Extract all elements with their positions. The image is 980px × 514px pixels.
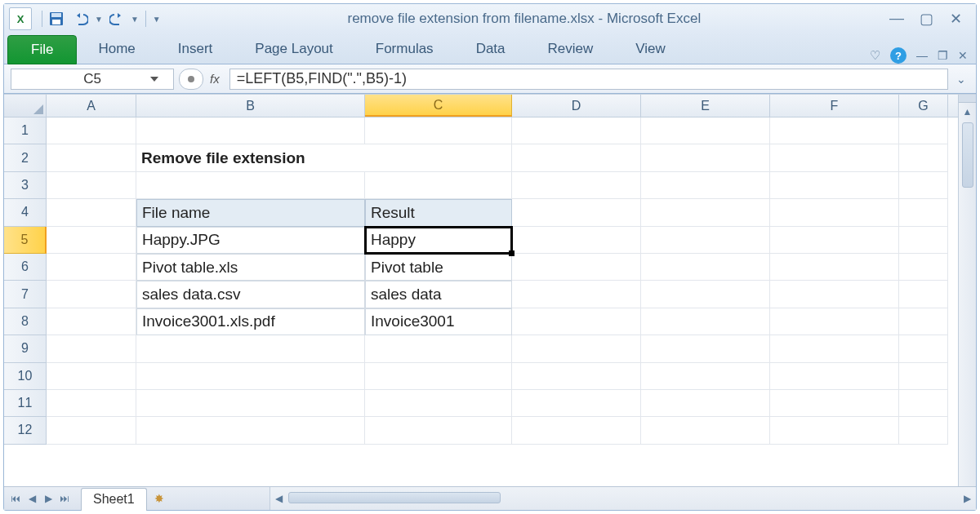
redo-dropdown-icon[interactable]: ▼ xyxy=(131,15,139,24)
separator xyxy=(145,11,146,27)
scroll-right-icon[interactable]: ▶ xyxy=(958,493,976,504)
cell-B5[interactable]: Happy.JPG xyxy=(136,227,365,254)
tab-data[interactable]: Data xyxy=(455,34,527,64)
col-header-E[interactable]: E xyxy=(641,95,770,117)
col-header-D[interactable]: D xyxy=(512,95,641,117)
redo-button[interactable] xyxy=(106,8,127,29)
row-header-10[interactable]: 10 xyxy=(4,363,47,390)
row-header-8[interactable]: 8 xyxy=(4,308,47,335)
save-button[interactable] xyxy=(46,8,67,29)
excel-app-icon: X xyxy=(9,7,32,30)
horizontal-scrollbar[interactable]: ◀ ▶ xyxy=(270,487,976,510)
excel-window: X ▼ ▼ ▼ remove file extension from filen… xyxy=(3,3,977,511)
cell-header-result[interactable]: Result xyxy=(365,199,512,226)
row-header-2[interactable]: 2 xyxy=(4,144,47,171)
fx-button-group[interactable] xyxy=(179,69,203,90)
last-sheet-icon[interactable]: ⏭ xyxy=(58,493,71,504)
quick-access-toolbar: ▼ ▼ ▼ xyxy=(46,8,161,29)
split-handle[interactable] xyxy=(959,95,976,103)
formula-bar: C5 fx =LEFT(B5,FIND(".",B5)-1) ⌄ xyxy=(4,64,976,94)
prev-sheet-icon[interactable]: ◀ xyxy=(25,493,38,504)
cell-C6[interactable]: Pivot table xyxy=(365,254,512,281)
doc-restore-icon[interactable]: ❐ xyxy=(938,49,948,62)
row-header-9[interactable]: 9 xyxy=(4,335,47,362)
new-sheet-icon[interactable]: ✸ xyxy=(147,487,172,510)
tab-view[interactable]: View xyxy=(614,34,687,64)
tab-home[interactable]: Home xyxy=(77,34,156,64)
row-header-4[interactable]: 4 xyxy=(4,199,47,226)
title-bar: X ▼ ▼ ▼ remove file extension from filen… xyxy=(4,4,976,33)
sheet-nav: ⏮ ◀ ▶ ⏭ xyxy=(4,487,76,510)
sheet-tab-bar: ⏮ ◀ ▶ ⏭ Sheet1 ✸ ◀ ▶ xyxy=(4,486,976,510)
cell-B6[interactable]: Pivot table.xls xyxy=(136,254,365,281)
cell-C8[interactable]: Invoice3001 xyxy=(365,308,512,335)
row-headers: 1 2 3 4 5 6 7 8 9 10 11 12 xyxy=(4,117,47,486)
close-button[interactable]: ✕ xyxy=(947,10,964,28)
scroll-up-icon[interactable]: ▲ xyxy=(959,103,976,121)
cell-header-filename[interactable]: File name xyxy=(136,199,365,226)
column-headers: A B C D E F G xyxy=(4,95,976,117)
col-header-F[interactable]: F xyxy=(770,95,899,117)
next-sheet-icon[interactable]: ▶ xyxy=(42,493,55,504)
undo-button[interactable] xyxy=(70,8,91,29)
name-box[interactable]: C5 xyxy=(11,69,174,90)
undo-dropdown-icon[interactable]: ▼ xyxy=(95,15,103,24)
maximize-button[interactable]: ▢ xyxy=(917,10,935,28)
file-tab[interactable]: File xyxy=(7,35,77,64)
ribbon-tabs: File Home Insert Page Layout Formulas Da… xyxy=(4,33,976,64)
tab-formulas[interactable]: Formulas xyxy=(354,34,455,64)
doc-minimize-icon[interactable]: ― xyxy=(916,49,928,62)
ribbon-minimize-icon[interactable]: ♡ xyxy=(870,48,880,63)
fx-icon[interactable]: fx xyxy=(210,72,220,86)
svg-rect-2 xyxy=(52,20,60,24)
col-header-G[interactable]: G xyxy=(899,95,948,117)
row-header-11[interactable]: 11 xyxy=(4,390,47,417)
scroll-left-icon[interactable]: ◀ xyxy=(270,493,288,504)
minimize-button[interactable]: ― xyxy=(888,10,906,28)
tab-review[interactable]: Review xyxy=(527,34,615,64)
cell-C7[interactable]: sales data xyxy=(365,281,512,308)
row-header-5[interactable]: 5 xyxy=(4,227,47,254)
fx-dot-icon xyxy=(188,76,194,82)
formula-bar-expand-icon[interactable]: ⌄ xyxy=(953,73,969,86)
help-icon[interactable]: ? xyxy=(890,47,906,64)
row-header-7[interactable]: 7 xyxy=(4,281,47,308)
col-header-B[interactable]: B xyxy=(136,95,365,117)
scroll-thumb[interactable] xyxy=(962,122,973,188)
cell-C5[interactable]: Happy xyxy=(365,227,512,254)
row-header-3[interactable]: 3 xyxy=(4,172,47,199)
window-controls: ― ▢ ✕ xyxy=(888,10,971,28)
tab-insert[interactable]: Insert xyxy=(157,34,234,64)
row-header-12[interactable]: 12 xyxy=(4,417,47,444)
doc-close-icon[interactable]: ✕ xyxy=(958,49,968,62)
separator xyxy=(42,11,42,27)
row-header-1[interactable]: 1 xyxy=(4,117,47,144)
cell-B7[interactable]: sales data.csv xyxy=(136,281,365,308)
formula-input[interactable]: =LEFT(B5,FIND(".",B5)-1) xyxy=(229,69,948,90)
first-sheet-icon[interactable]: ⏮ xyxy=(9,493,22,504)
tab-page-layout[interactable]: Page Layout xyxy=(234,34,354,64)
window-title: remove file extension from filename.xlsx… xyxy=(161,11,888,27)
cell-title[interactable]: Remove file extension xyxy=(136,144,512,171)
vertical-scrollbar[interactable]: ▲ xyxy=(958,95,976,486)
sheet-tab-sheet1[interactable]: Sheet1 xyxy=(81,488,147,511)
select-all-corner[interactable] xyxy=(4,95,47,117)
row-header-6[interactable]: 6 xyxy=(4,254,47,281)
qat-customize-icon[interactable]: ▼ xyxy=(153,15,161,24)
cell-B8[interactable]: Invoice3001.xls.pdf xyxy=(136,308,365,335)
cells[interactable]: Remove file extension File name Result H… xyxy=(47,117,976,486)
col-header-A[interactable]: A xyxy=(47,95,136,117)
hscroll-thumb[interactable] xyxy=(288,492,501,503)
col-header-C[interactable]: C xyxy=(365,95,512,117)
svg-rect-1 xyxy=(51,13,61,17)
worksheet-grid: A B C D E F G 1 2 3 4 5 6 7 8 9 10 11 12 xyxy=(4,94,976,486)
